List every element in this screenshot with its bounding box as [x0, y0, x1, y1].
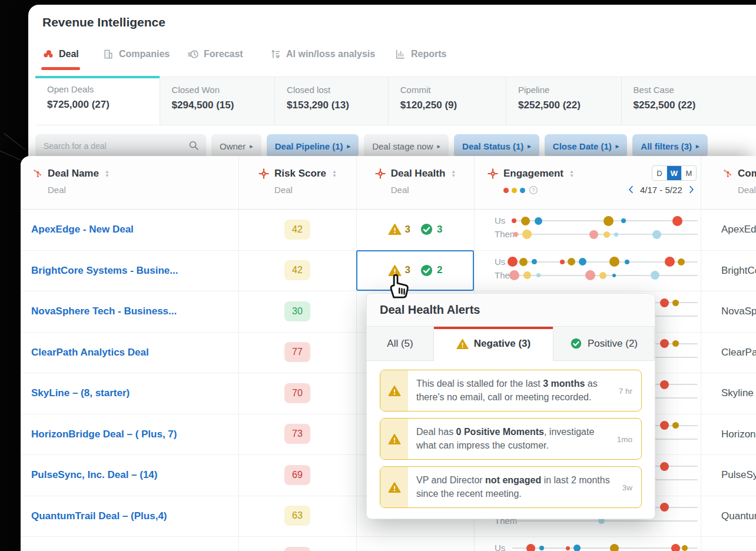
risk-score-badge: 42 [284, 260, 310, 280]
filter-button-deal-pipeline-1-[interactable]: Deal Pipeline (1)▸ [267, 134, 359, 158]
search-icon [187, 139, 200, 152]
column-title: Engagement [503, 168, 563, 180]
search-input[interactable] [35, 134, 206, 158]
deal-name-link[interactable]: SkyLine – (8, starter) [31, 373, 130, 414]
filter-button-close-date-1-[interactable]: Close Date (1)▸ [545, 134, 628, 158]
column-title: Risk Score [274, 168, 326, 180]
chevron-right-icon[interactable] [686, 184, 697, 195]
engagement-dot [560, 260, 565, 264]
period-option-d[interactable]: D [652, 166, 667, 180]
period-option-w[interactable]: W [667, 166, 681, 180]
filter-button-label: Deal stage now [372, 141, 433, 151]
positive-count: 3 [437, 224, 442, 235]
warning-triangle-icon [456, 338, 469, 350]
engagement-cell: UsThem [474, 536, 701, 551]
company-cell: Skyline [721, 373, 754, 414]
deal-name-link[interactable]: PulseSync, Inc. Deal – (14) [31, 454, 157, 496]
engagement-legend: ? [503, 185, 539, 195]
forecast-icon [187, 48, 199, 60]
svg-text:?: ? [532, 188, 535, 193]
engagement-dot [672, 422, 679, 429]
deal-health-cell[interactable]: 32 [356, 250, 474, 291]
period-option-m[interactable]: M [681, 166, 696, 180]
alert-severity-strip [380, 370, 408, 411]
table-row: UsThem [21, 536, 756, 551]
company-cell: ApexEdge [721, 209, 756, 250]
column-header-engagement[interactable]: Engagement▲▼?DWM4/17 - 5/22 [474, 156, 701, 209]
alert-card: VP and Director not engaged in last 2 mo… [380, 466, 642, 508]
risk-score-badge: 69 [284, 465, 310, 485]
column-header-company[interactable]: Company▲▼Deal [701, 156, 756, 209]
engagement-dot [612, 274, 616, 277]
deal-name-link[interactable]: BrightCore Systems - Busine... [31, 250, 178, 291]
column-subtitle: Deal [48, 185, 66, 195]
ai-analysis-icon [270, 48, 281, 60]
deal-name-link[interactable]: QuantumTrail Deal – (Plus,4) [31, 496, 167, 537]
alert-tab-all-5-[interactable]: All (5) [367, 327, 434, 361]
negative-count: 3 [405, 224, 410, 235]
filter-button-label: All filters (3) [641, 141, 692, 151]
card-value: $252,500 (22) [634, 99, 744, 111]
positive-alerts: 2 [420, 264, 442, 277]
help-icon[interactable]: ? [528, 185, 539, 195]
engagement-dot [585, 270, 595, 280]
risk-score-cell: 42 [238, 209, 356, 250]
alert-card: Deal has 0 Positive Moments, investigate… [380, 418, 642, 460]
deal-name-link[interactable]: ApexEdge - New Deal [31, 209, 134, 250]
risk-score-cell: 30 [238, 291, 356, 332]
warning-triangle-icon [388, 223, 402, 236]
engagement-dot [660, 380, 669, 389]
filter-button-owner[interactable]: Owner▸ [211, 134, 261, 158]
engagement-dot [614, 233, 618, 237]
engagement-dot [660, 421, 669, 430]
column-header-deal_name[interactable]: Deal Name▲▼Deal [21, 156, 238, 209]
filter-button-all-filters-3-[interactable]: All filters (3)▸ [632, 134, 707, 158]
chevron-left-icon[interactable] [626, 184, 636, 195]
alert-timestamp: 1mo [617, 434, 632, 443]
company-cell: NovaSphere [721, 291, 756, 332]
column-subtitle: Deal [738, 185, 756, 195]
alert-tab-negative-3-[interactable]: Negative (3) [434, 327, 553, 361]
hubspot-sprocket-icon [31, 168, 43, 180]
tab-label: Reports [411, 49, 446, 59]
tab-reports[interactable]: Reports [394, 48, 446, 60]
summary-card-open-deals[interactable]: Open Deals$725,000 (27) [35, 77, 160, 125]
alert-tab-positive-2-[interactable]: Positive (2) [553, 327, 655, 361]
deal-name-link[interactable]: NovaSphere Tech - Business... [31, 291, 177, 332]
engagement-dot [604, 231, 610, 238]
caret-right-icon: ▸ [347, 142, 351, 150]
filter-button-deal-status-1-[interactable]: Deal Status (1)▸ [454, 134, 539, 158]
risk-score-cell: 42 [238, 250, 356, 291]
sort-arrows-icon[interactable]: ▲▼ [105, 170, 110, 178]
deal-name-link[interactable]: ClearPath Analytics Deal [31, 332, 149, 373]
deal-health-cell[interactable]: 33 [356, 209, 474, 250]
tab-forecast[interactable]: Forecast [187, 48, 243, 60]
deal-health-cell[interactable] [356, 536, 474, 551]
deal-name-link[interactable]: HorizonBridge Deal – ( Plus, 7) [31, 414, 177, 455]
filter-button-deal-stage-now[interactable]: Deal stage now▸ [364, 134, 449, 158]
tab-ai-win-loss-analysis[interactable]: AI win/loss analysis [270, 48, 375, 60]
summary-card-closed-lost[interactable]: Closed lost$153,290 (13) [274, 77, 388, 125]
warning-triangle-icon [388, 264, 402, 277]
column-header-content: Company▲▼Deal [721, 156, 756, 195]
sort-arrows-icon[interactable]: ▲▼ [569, 170, 574, 178]
card-value: $153,290 (13) [287, 99, 376, 111]
column-title-row: Deal Health▲▼ [374, 168, 456, 180]
sort-arrows-icon[interactable]: ▲▼ [451, 170, 456, 178]
engagement-dot [599, 272, 606, 279]
period-toggle: DWM [652, 165, 697, 181]
column-header-risk[interactable]: Risk Score▲▼Deal [238, 156, 356, 209]
sort-arrows-icon[interactable]: ▲▼ [332, 170, 337, 178]
alert-timestamp: 7 hr [619, 386, 632, 395]
summary-card-best-case[interactable]: Best Case$252,500 (22) [621, 77, 756, 125]
summary-card-commit[interactable]: Commit$120,250 (9) [388, 77, 506, 125]
summary-card-pipeline[interactable]: Pipeline$252,500 (22) [506, 77, 621, 125]
engagement-dot [522, 230, 532, 239]
column-header-content: Deal Name▲▼Deal [31, 156, 110, 195]
tab-companies[interactable]: Companies [102, 48, 170, 60]
alert-message: Deal has 0 Positive Moments, investigate… [408, 419, 619, 459]
tab-label: AI win/loss analysis [286, 49, 375, 59]
summary-card-closed-won[interactable]: Closed Won$294,500 (15) [160, 77, 275, 125]
column-header-health[interactable]: Deal Health▲▼Deal [356, 156, 474, 209]
tab-deal[interactable]: Deal [42, 48, 79, 60]
